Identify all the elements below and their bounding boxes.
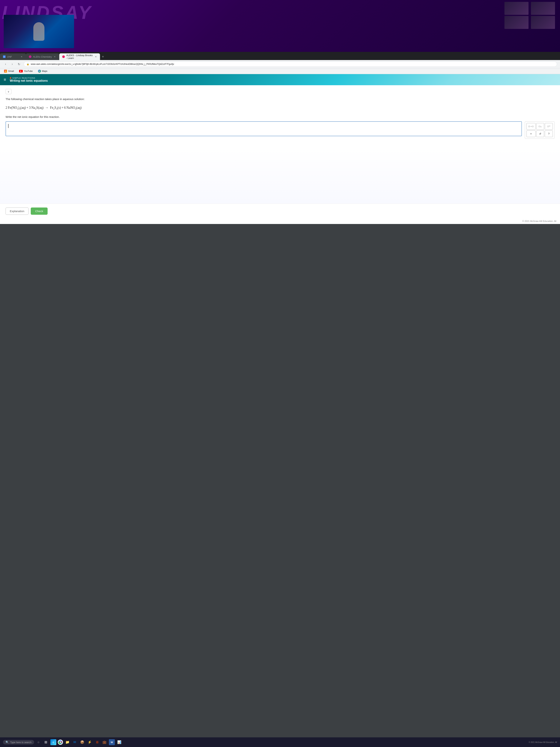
taskbar-copyright: © 2021 McGraw-Hill Education. All — [529, 741, 557, 743]
sym-undo-button[interactable]: ↺ — [536, 130, 544, 137]
sym-help-button[interactable]: ? — [545, 130, 553, 137]
taskbar-right-area: © 2021 McGraw-Hill Education. All — [529, 741, 557, 743]
taskbar-word-icon[interactable]: W — [109, 739, 115, 745]
tab-aleks-learn[interactable]: ALEKS - Lindsay Brooks - Learn ✕ — [59, 53, 100, 60]
url-text: www-awn.aleks.com/alekscgi/x/lsl.exe/1o_… — [31, 63, 174, 66]
video-thumbnail — [4, 15, 74, 48]
write-instruction-text: Write the net ionic equation for this re… — [5, 115, 555, 119]
browser-frame: U UNF ✕ ALEKs Chemistry ✕ ALEKS - Lindsa… — [0, 52, 560, 747]
tab-label-unf: UNF — [7, 55, 12, 58]
symbol-toolbar: □→□ □□ □□ × ↺ — [525, 121, 555, 139]
sym-undo-icon: ↺ — [539, 132, 541, 135]
aleks-header-bg — [0, 74, 560, 85]
tab-icon-aleks-chem — [29, 55, 31, 58]
reload-button[interactable]: ↻ — [16, 61, 22, 67]
nav-buttons: ‹ › ↻ — [3, 61, 22, 67]
taskbar-mail-icon[interactable]: ✉ — [72, 739, 78, 745]
youtube-icon — [19, 70, 23, 73]
taskbar-windows-icon[interactable]: ⊞ — [43, 739, 49, 745]
taskbar-edge-icon[interactable]: e — [50, 739, 56, 745]
tab-unf[interactable]: U UNF ✕ — [0, 53, 26, 60]
taskbar-kaspersky-icon[interactable]: ⚡ — [87, 739, 92, 745]
address-bar: ‹ › ↻ 🔒 www-awn.aleks.com/alekscgi/x/lsl… — [0, 60, 560, 68]
problem-intro-text: The following chemical reaction takes pl… — [5, 97, 555, 101]
gmail-icon: G — [4, 70, 7, 73]
thumb-small-3 — [504, 16, 529, 29]
bookmarks-bar: G Gmail YouTube M Maps — [0, 68, 560, 74]
forward-button[interactable]: › — [10, 61, 15, 67]
answer-row: □→□ □□ □□ × ↺ — [5, 121, 555, 139]
thumb-small-2 — [531, 2, 555, 15]
taskbar-teams-icon[interactable]: 💼 — [102, 739, 107, 745]
sym-times-button[interactable]: × — [527, 130, 536, 137]
sym-sup-box-icon: □□ — [548, 125, 550, 128]
youtube-play-icon — [20, 70, 22, 72]
aleks-footer: © 2021 McGraw-Hill Education. All — [0, 218, 560, 224]
taskbar-file-explorer-icon[interactable]: 📁 — [64, 739, 70, 745]
sym-times-icon: × — [530, 132, 532, 135]
tab-aleks-chem[interactable]: ALEKs Chemistry ✕ — [26, 53, 59, 60]
tab-bar: U UNF ✕ ALEKs Chemistry ✕ ALEKS - Lindsa… — [0, 52, 560, 60]
sym-sub-arrow-icon: □→□ — [529, 125, 534, 128]
tab-icon-unf: U — [3, 55, 5, 58]
eq-arrow: → — [44, 106, 49, 110]
tab-close-aleks-learn[interactable]: ✕ — [95, 55, 97, 58]
aleks-title-area: SIMPLE REACTIONS Writing net ionic equat… — [10, 77, 48, 82]
bookmark-youtube-label: YouTube — [24, 70, 33, 73]
lock-icon: 🔒 — [26, 63, 29, 66]
check-button[interactable]: Check — [31, 207, 48, 215]
chemical-equation: 2 Fe(NO3)3(aq) + 3 Na2S(aq) → Fe2S3(s) +… — [5, 104, 555, 112]
bookmark-gmail-label: Gmail — [8, 70, 14, 73]
chrome-icon — [58, 740, 62, 744]
sym-sub-arrow-button[interactable]: □→□ — [527, 123, 536, 130]
eq-part2: Fe2S3(s) + 6 NaNO3(aq) — [50, 106, 81, 110]
tab-label-aleks-chem: ALEKs Chemistry — [33, 55, 52, 58]
video-figure — [33, 22, 45, 41]
word-icon: W — [111, 741, 113, 744]
taskbar: 🔍 Type here to search ○ ⊞ e 📁 ✉ 📦 ⚡ 🖥 💼 … — [0, 737, 560, 747]
sym-sub-box-button[interactable]: □□ — [536, 123, 544, 130]
new-tab-button[interactable]: + — [100, 53, 106, 60]
tab-icon-aleks-learn — [62, 55, 65, 58]
search-icon: 🔍 — [5, 741, 9, 744]
footer-text: © 2021 McGraw-Hill Education. All — [522, 220, 556, 223]
bookmark-gmail[interactable]: G Gmail — [3, 69, 15, 73]
url-bar[interactable]: 🔒 www-awn.aleks.com/alekscgi/x/lsl.exe/1… — [24, 61, 557, 67]
thumb-small-4 — [531, 16, 555, 29]
sym-sub-box-icon: □□ — [539, 125, 542, 128]
video-thumbnails-right — [504, 2, 556, 29]
bottom-buttons: Explanation Check — [0, 204, 560, 218]
sym-sup-box-button[interactable]: □□ — [545, 123, 553, 130]
aleks-subtitle: SIMPLE REACTIONS — [10, 77, 48, 79]
aleks-section-label: SIMPLE REACTIONS — [12, 77, 35, 79]
taskbar-office-icon[interactable]: 🖥 — [94, 739, 100, 745]
answer-input-box[interactable] — [5, 121, 522, 136]
aleks-main-content: ≡ SIMPLE REACTIONS Writing net ionic equ… — [0, 74, 560, 224]
taskbar-dropbox-icon[interactable]: 📦 — [79, 739, 85, 745]
input-cursor — [8, 124, 8, 128]
explanation-button[interactable]: Explanation — [5, 207, 28, 215]
content-spacer — [0, 148, 560, 204]
thumb-small-1 — [504, 2, 529, 15]
bookmark-maps-label: Maps — [42, 70, 47, 73]
aleks-menu-button[interactable]: ≡ — [0, 74, 10, 85]
taskbar-excel-icon[interactable]: 📊 — [116, 739, 122, 745]
maps-icon: M — [38, 70, 41, 73]
aleks-dot — [10, 77, 11, 79]
taskbar-cortana-button[interactable]: ○ — [35, 739, 42, 745]
tab-close-unf[interactable]: ✕ — [20, 55, 23, 58]
eq-part1: 2 Fe(NO3)3(aq) + 3 Na2S(aq) — [5, 106, 44, 110]
bookmark-maps[interactable]: M Maps — [37, 69, 49, 73]
aleks-topic-label: Writing net ionic equations — [10, 79, 48, 82]
taskbar-search-bar[interactable]: 🔍 Type here to search — [3, 740, 34, 744]
edge-icon: e — [53, 741, 54, 744]
chevron-button[interactable]: ∨ — [5, 89, 11, 94]
taskbar-search-label: Type here to search — [10, 741, 31, 744]
back-button[interactable]: ‹ — [3, 61, 8, 67]
taskbar-chrome-icon[interactable] — [58, 740, 63, 745]
tab-close-aleks-chem[interactable]: ✕ — [53, 55, 56, 58]
equation-display: 2 Fe(NO3)3(aq) + 3 Na2S(aq) → Fe2S3(s) +… — [5, 106, 555, 110]
content-body: ∨ The following chemical reaction takes … — [0, 85, 560, 148]
sym-help-icon: ? — [548, 132, 550, 135]
bookmark-youtube[interactable]: YouTube — [18, 69, 34, 73]
